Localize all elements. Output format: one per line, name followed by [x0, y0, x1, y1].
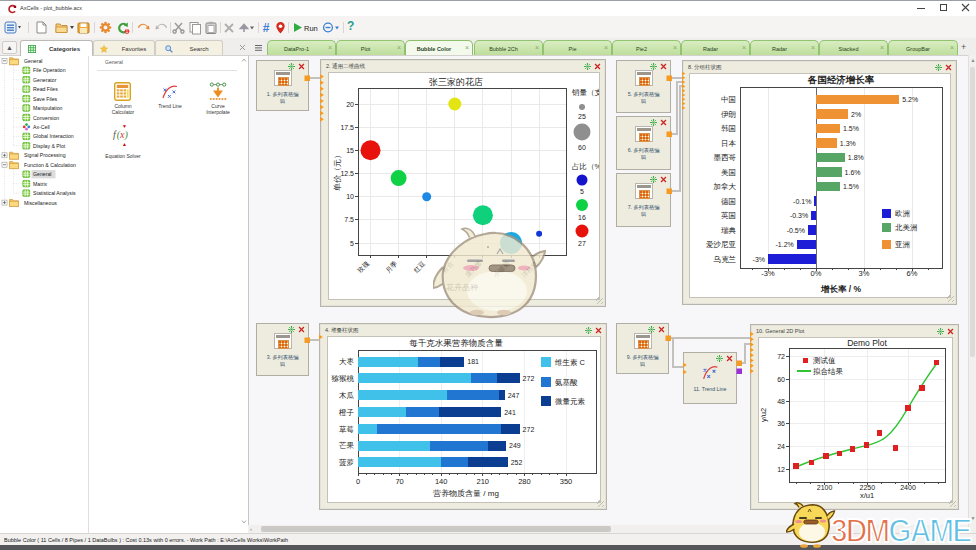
svg-text:Save Files: Save Files	[33, 96, 58, 102]
svg-text:Run: Run	[304, 24, 318, 33]
svg-text:Ax-Cell: Ax-Cell	[33, 124, 50, 130]
svg-text:Signal Processing: Signal Processing	[24, 152, 66, 158]
svg-text:Matrix: Matrix	[33, 181, 48, 187]
svg-text:File Operation: File Operation	[33, 67, 66, 73]
svg-text:General: General	[33, 171, 51, 177]
svg-text:Function & Calculation: Function & Calculation	[24, 162, 76, 168]
svg-text:#: #	[263, 21, 270, 35]
svg-text:Read Files: Read Files	[33, 86, 58, 92]
svg-text:Global Interaction: Global Interaction	[33, 133, 74, 139]
svg-text:Statistical Analysis: Statistical Analysis	[33, 190, 76, 196]
svg-text:Conversion: Conversion	[33, 115, 59, 121]
svg-text:Generator: Generator	[33, 77, 57, 83]
svg-text:Miscellaneous: Miscellaneous	[24, 200, 57, 206]
svg-text:Display & Plot: Display & Plot	[33, 143, 66, 149]
svg-text:General: General	[24, 58, 42, 64]
svg-text:Manipulation: Manipulation	[33, 105, 63, 111]
